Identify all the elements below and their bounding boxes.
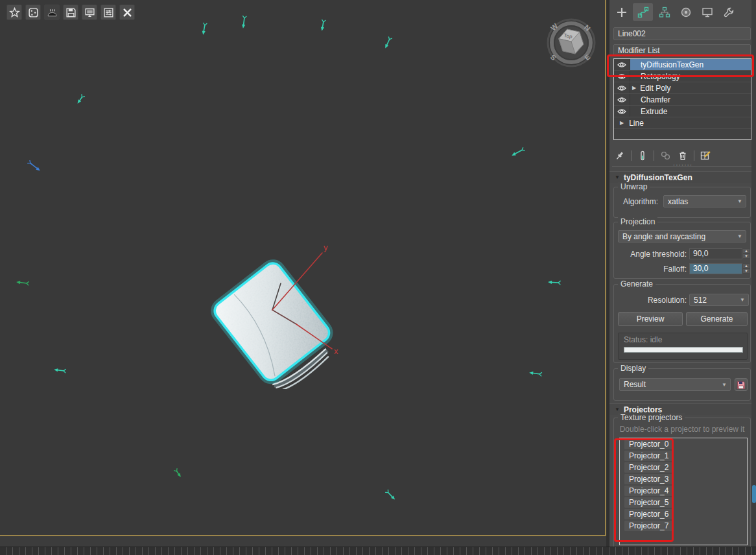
visibility-eye-icon[interactable] — [614, 82, 630, 93]
projector-list-item[interactable]: Projector_2 — [620, 462, 747, 473]
algorithm-dropdown[interactable]: xatlas ▼ — [663, 195, 746, 207]
bake-icon[interactable] — [44, 5, 60, 20]
viewport-canvas[interactable]: y x W N S E Top — [0, 0, 606, 536]
resolution-dropdown[interactable]: 512 ▼ — [689, 294, 749, 306]
angle-threshold-field[interactable]: 90,0 — [689, 248, 742, 259]
toolbar-separator — [631, 150, 632, 161]
particle-flow-arrows — [0, 0, 605, 535]
falloff-field[interactable]: 30,0 — [689, 263, 742, 274]
spinner-up-icon[interactable]: ▲ — [742, 248, 750, 254]
tab-create[interactable] — [611, 3, 632, 21]
settings-icon[interactable] — [100, 5, 116, 20]
particle-arrow — [320, 19, 325, 31]
remove-modifier-icon[interactable] — [678, 150, 688, 161]
projection-mode-dropdown[interactable]: By angle and raycasting ▼ — [618, 230, 746, 242]
modifier-stack-toolbar — [615, 148, 711, 163]
particle-arrow — [54, 368, 66, 373]
viewport-floating-toolbar — [6, 5, 135, 20]
star-icon[interactable] — [6, 5, 22, 20]
command-panel-tabs — [611, 3, 738, 21]
panel-scrollbar[interactable] — [751, 0, 756, 547]
tab-hierarchy[interactable] — [654, 3, 674, 21]
particle-arrow — [385, 490, 396, 501]
tab-utilities[interactable] — [718, 3, 738, 21]
configure-modifier-sets-icon[interactable] — [700, 150, 711, 161]
modifier-stack-item-line[interactable]: ▶Line — [614, 117, 751, 129]
modifier-stack-item-retopology[interactable]: Retopology — [614, 71, 751, 82]
visibility-eye-icon[interactable] — [614, 59, 630, 70]
chevron-down-icon: ▼ — [740, 297, 745, 303]
falloff-label: Falloff: — [615, 265, 687, 274]
progress-bar — [624, 347, 743, 353]
toolbar-separator — [654, 150, 654, 161]
expand-arrow-icon[interactable]: ▶ — [620, 120, 624, 126]
projector-list-item[interactable]: Projector_5 — [620, 497, 747, 508]
particle-arrow — [76, 94, 85, 104]
visibility-eye-icon[interactable] — [614, 71, 630, 82]
viewcube[interactable]: W N S E Top — [543, 14, 599, 70]
projector-hint-text: Double-click a projector to preview it — [614, 425, 750, 434]
tab-modify[interactable] — [633, 3, 653, 21]
modifier-label: Edit Poly — [640, 84, 670, 93]
modifier-stack-item-edit-poly[interactable]: ▶Edit Poly — [614, 82, 751, 94]
compass-east: E — [583, 53, 591, 62]
save-texture-button[interactable] — [735, 378, 748, 391]
projector-list-item[interactable]: Projector_1 — [620, 450, 747, 462]
visibility-eye-icon[interactable] — [614, 106, 630, 117]
tab-motion[interactable] — [676, 3, 696, 21]
expand-arrow-icon[interactable]: ▶ — [632, 85, 636, 91]
timeline-track-bar[interactable] — [0, 547, 756, 555]
spinner-down-icon[interactable]: ▼ — [742, 254, 750, 259]
make-unique-icon[interactable] — [660, 150, 672, 161]
generate-group: Generate Resolution: 512 ▼ Preview Gener… — [613, 284, 751, 363]
modifier-label: Retopology — [641, 72, 680, 81]
close-icon[interactable] — [119, 5, 135, 20]
panel-drag-grip[interactable]: ······· — [609, 162, 756, 169]
selected-object-book[interactable]: y x — [188, 233, 376, 389]
modifier-label: Line — [629, 119, 644, 128]
particle-arrow — [548, 280, 561, 285]
projector-list-item[interactable]: Projector_7 — [620, 520, 747, 532]
modifier-list-dropdown[interactable]: Modifier List — [613, 44, 751, 56]
object-name-field[interactable]: Line002 — [613, 27, 751, 40]
modifier-stack-item-extrude[interactable]: Extrude — [614, 106, 751, 117]
panel-scrollbar-thumb[interactable] — [752, 485, 756, 503]
projector-list-item[interactable]: Projector_4 — [620, 485, 747, 497]
spinner-up-icon[interactable]: ▲ — [742, 263, 750, 268]
algorithm-label: Algorithm: — [615, 197, 658, 206]
preview-button[interactable]: Preview — [618, 312, 683, 326]
dice-icon[interactable] — [25, 5, 41, 20]
modifier-stack-item-tydiffusiontexgen[interactable]: tyDiffusionTexGen — [614, 59, 751, 71]
visibility-eye-icon[interactable] — [614, 94, 630, 105]
collapse-arrow-icon: ▼ — [615, 407, 620, 412]
spinner-down-icon[interactable]: ▼ — [742, 268, 750, 274]
display-mode-dropdown[interactable]: Result ▼ — [619, 378, 731, 391]
show-end-result-icon[interactable] — [637, 150, 648, 161]
status-box: Status: idle — [618, 333, 748, 360]
generate-button[interactable]: Generate — [686, 312, 748, 326]
tab-display[interactable] — [697, 3, 717, 21]
rollout-header-tydiffusiontexgen[interactable]: ▼ tyDiffusionTexGen — [609, 171, 756, 183]
display-group: Display Result ▼ — [613, 368, 751, 401]
save-icon[interactable] — [63, 5, 78, 20]
projector-list-item[interactable]: Projector_6 — [620, 508, 747, 520]
pin-icon[interactable] — [615, 150, 625, 161]
particle-arrow — [241, 16, 246, 29]
projector-list-item[interactable]: Projector_3 — [620, 473, 747, 485]
axis-label-x: x — [334, 346, 338, 356]
particle-arrow — [16, 280, 29, 285]
monitor-icon[interactable] — [82, 5, 97, 20]
particle-arrow — [174, 468, 182, 478]
particle-arrow — [384, 36, 392, 49]
projector-listbox[interactable]: Projector_0Projector_1Projector_2Project… — [619, 438, 748, 545]
status-text: Status: idle — [624, 335, 662, 344]
modifier-stack-item-chamfer[interactable]: Chamfer — [614, 94, 751, 106]
angle-threshold-spinner[interactable]: ▲▼ — [742, 248, 750, 259]
application-window: y x W N S E Top — [0, 0, 756, 555]
unwrap-group: Unwrap Algorithm: xatlas ▼ — [613, 187, 751, 218]
transform-gizmo[interactable]: y x — [272, 242, 338, 356]
collapse-arrow-icon: ▼ — [615, 174, 620, 180]
falloff-spinner[interactable]: ▲▼ — [742, 263, 750, 274]
projector-list-item[interactable]: Projector_0 — [620, 438, 747, 450]
resolution-label: Resolution: — [615, 296, 687, 305]
